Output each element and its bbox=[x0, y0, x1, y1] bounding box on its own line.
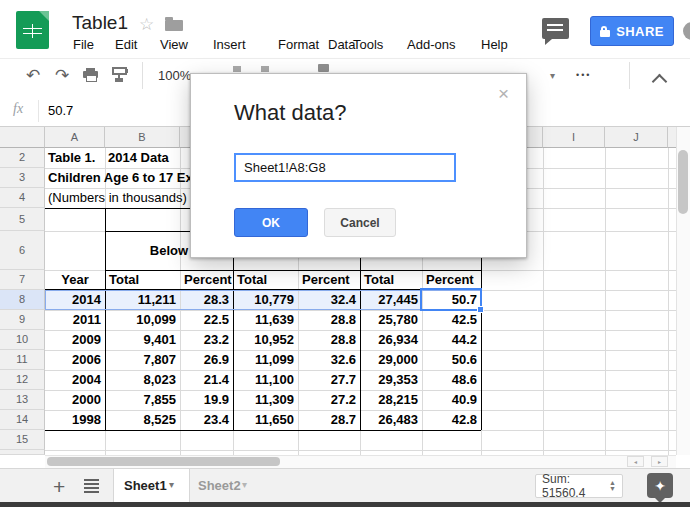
sheet-tab-dropdown-icon[interactable]: ▾ bbox=[169, 479, 174, 490]
selection-sum-box[interactable]: Sum: 51560.4 ▲▼ bbox=[535, 474, 623, 498]
cell-G11[interactable]: 50.6 bbox=[422, 350, 477, 370]
cell-G12[interactable]: 48.6 bbox=[422, 370, 477, 390]
cell-F10[interactable]: 26,934 bbox=[360, 330, 418, 350]
explore-button[interactable]: ✦ bbox=[647, 473, 673, 498]
ok-button[interactable]: OK bbox=[234, 208, 308, 237]
row-header-5[interactable]: 5 bbox=[0, 208, 45, 231]
cell-E12[interactable]: 27.7 bbox=[298, 370, 356, 390]
cell-E13[interactable]: 27.2 bbox=[298, 390, 356, 410]
cell-F11[interactable]: 29,000 bbox=[360, 350, 418, 370]
row-header-15[interactable]: 15 bbox=[0, 430, 45, 450]
cell-B14[interactable]: 8,525 bbox=[105, 410, 176, 430]
column-header-J[interactable]: J bbox=[605, 127, 668, 148]
what-data-dialog: × What data? OK Cancel bbox=[190, 73, 527, 258]
sheet-tab-inactive[interactable]: Sheet2 bbox=[198, 478, 241, 493]
cell-C9[interactable]: 22.5 bbox=[180, 310, 229, 330]
cancel-button[interactable]: Cancel bbox=[324, 208, 396, 237]
cell-C12[interactable]: 21.4 bbox=[180, 370, 229, 390]
cell-G10[interactable]: 44.2 bbox=[422, 330, 477, 350]
cell-C10[interactable]: 23.2 bbox=[180, 330, 229, 350]
vertical-scrollbar-thumb[interactable] bbox=[678, 150, 688, 214]
scroll-right-button[interactable]: ▸ bbox=[651, 456, 668, 467]
cell-B12[interactable]: 8,023 bbox=[105, 370, 176, 390]
cell-B10[interactable]: 9,401 bbox=[105, 330, 176, 350]
cell-A13[interactable]: 2000 bbox=[45, 390, 101, 410]
fill-handle[interactable] bbox=[477, 306, 484, 313]
cell-F7[interactable]: Total bbox=[364, 270, 422, 290]
table-border bbox=[360, 231, 361, 430]
cell-D9[interactable]: 11,639 bbox=[233, 310, 294, 330]
all-sheets-icon[interactable] bbox=[84, 479, 99, 495]
table-border bbox=[45, 430, 481, 431]
cell-E11[interactable]: 32.6 bbox=[298, 350, 356, 370]
row-header-4[interactable]: 4 bbox=[0, 188, 45, 208]
cell-A12[interactable]: 2004 bbox=[45, 370, 101, 390]
cell-A10[interactable]: 2009 bbox=[45, 330, 101, 350]
cell-B11[interactable]: 7,807 bbox=[105, 350, 176, 370]
cell-A9[interactable]: 2011 bbox=[45, 310, 101, 330]
cell-C7[interactable]: Percent bbox=[184, 270, 233, 290]
column-header-I[interactable]: I bbox=[543, 127, 605, 148]
cell-D7[interactable]: Total bbox=[237, 270, 298, 290]
cell-D10[interactable]: 10,952 bbox=[233, 330, 294, 350]
cell-E7[interactable]: Percent bbox=[302, 270, 360, 290]
horizontal-scrollbar-thumb[interactable] bbox=[47, 457, 280, 466]
sheet-tab-label[interactable]: Sheet1 bbox=[124, 478, 167, 493]
cell-C13[interactable]: 19.9 bbox=[180, 390, 229, 410]
column-header-A[interactable]: A bbox=[45, 127, 105, 148]
row-header-10[interactable]: 10 bbox=[0, 330, 45, 350]
row-header-3[interactable]: 3 bbox=[0, 168, 45, 188]
cell-E9[interactable]: 28.8 bbox=[298, 310, 356, 330]
cell-C11[interactable]: 26.9 bbox=[180, 350, 229, 370]
cell-G13[interactable]: 40.9 bbox=[422, 390, 477, 410]
cell-F12[interactable]: 29,353 bbox=[360, 370, 418, 390]
cell-E14[interactable]: 28.7 bbox=[298, 410, 356, 430]
gridline bbox=[668, 148, 669, 455]
row-header-13[interactable]: 13 bbox=[0, 390, 45, 410]
cell-G14[interactable]: 42.8 bbox=[422, 410, 477, 430]
cell-F9[interactable]: 25,780 bbox=[360, 310, 418, 330]
cell-A11[interactable]: 2006 bbox=[45, 350, 101, 370]
active-cell-border[interactable] bbox=[420, 288, 482, 311]
column-header-B[interactable]: B bbox=[105, 127, 180, 148]
cell-G7[interactable]: Percent bbox=[426, 270, 481, 290]
cell-D11[interactable]: 11,099 bbox=[233, 350, 294, 370]
cell-F13[interactable]: 28,215 bbox=[360, 390, 418, 410]
row-header-9[interactable]: 9 bbox=[0, 310, 45, 330]
data-range-input[interactable] bbox=[234, 153, 456, 182]
google-sheets-window: Table1 ☆ FileEditViewInsertFormatDataToo… bbox=[0, 0, 690, 507]
row-header-partial[interactable] bbox=[0, 450, 45, 455]
sparkle-icon: ✦ bbox=[654, 478, 666, 494]
row-header-7[interactable]: 7 bbox=[0, 270, 45, 290]
cell-G9[interactable]: 42.5 bbox=[422, 310, 477, 330]
table-border bbox=[233, 231, 234, 430]
gridline bbox=[605, 148, 606, 455]
column-header-partial[interactable] bbox=[668, 127, 676, 148]
cell-D13[interactable]: 11,309 bbox=[233, 390, 294, 410]
row-header-11[interactable]: 11 bbox=[0, 350, 45, 370]
selection-range-border bbox=[45, 290, 481, 310]
cell-A7[interactable]: Year bbox=[45, 270, 105, 290]
cell-B7[interactable]: Total bbox=[109, 270, 180, 290]
row-header-6[interactable]: 6 bbox=[0, 231, 45, 270]
corner-box[interactable] bbox=[0, 127, 45, 148]
cell-B9[interactable]: 10,099 bbox=[105, 310, 176, 330]
row-header-14[interactable]: 14 bbox=[0, 410, 45, 430]
cell-A14[interactable]: 1998 bbox=[45, 410, 101, 430]
cell-E10[interactable]: 28.8 bbox=[298, 330, 356, 350]
close-icon[interactable]: × bbox=[498, 84, 509, 103]
sheet-tab-dropdown-icon[interactable]: ▾ bbox=[242, 479, 247, 490]
row-header-2[interactable]: 2 bbox=[0, 148, 45, 168]
cell-D12[interactable]: 11,100 bbox=[233, 370, 294, 390]
cell-C14[interactable]: 23.4 bbox=[180, 410, 229, 430]
sum-stepper-icon[interactable]: ▲▼ bbox=[609, 480, 616, 492]
cell-B13[interactable]: 7,855 bbox=[105, 390, 176, 410]
row-header-8[interactable]: 8 bbox=[0, 290, 45, 310]
cell-D14[interactable]: 11,650 bbox=[233, 410, 294, 430]
scroll-left-button[interactable]: ◂ bbox=[627, 456, 644, 467]
row-header-12[interactable]: 12 bbox=[0, 370, 45, 390]
add-sheet-button[interactable]: + bbox=[53, 475, 65, 499]
gridline bbox=[45, 450, 676, 451]
cell-F14[interactable]: 26,483 bbox=[360, 410, 418, 430]
sum-label: Sum: 51560.4 bbox=[542, 472, 605, 500]
